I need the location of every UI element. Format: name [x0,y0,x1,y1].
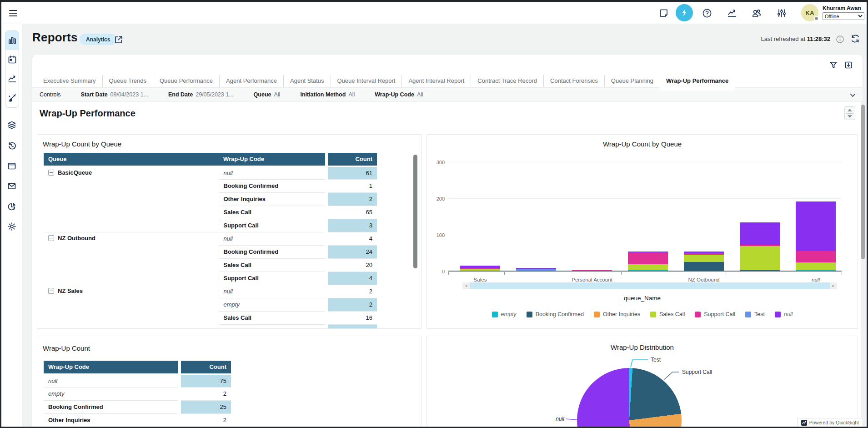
spinner-down-icon[interactable] [848,115,852,118]
table-vertical-scrollbar[interactable] [413,155,417,268]
sidebar-item-calendar[interactable] [5,50,19,69]
panel-wrapup-count-by-queue-table: Wrap-Up Count by Queue QueueWrap-Up Code… [37,134,422,329]
bar-segment-sales-call[interactable] [796,262,836,270]
refresh-icon[interactable] [850,34,860,44]
x-tick-label-sales: Sales [474,277,487,282]
wrapup-code-cell: null [44,374,178,387]
tab-contact-forensics[interactable]: Contact Forensics [543,75,604,87]
envelope-icon [7,181,16,191]
tab-wrap-up-performance[interactable]: Wrap-Up Performance [660,75,735,91]
count-cell: 25 [181,400,231,413]
sidebar-item-settings[interactable] [7,222,16,231]
tasks-lightning-icon[interactable] [676,4,693,21]
sidebar-item-history[interactable] [7,141,16,150]
chart-horizontal-scrollbar[interactable]: ◄ ► [462,282,837,289]
count-cell: 4 [328,272,377,285]
filter-end-date[interactable]: End Date29/05/2023 1... [168,91,234,98]
legend-item-other-inquiries[interactable]: Other Inquiries [594,311,640,317]
scroll-left-arrow-icon[interactable]: ◄ [462,282,470,289]
legend-item-booking-confirmed[interactable]: Booking Confirmed [527,311,584,317]
channel-sliders-icon[interactable] [777,8,787,18]
bar-segment-support-call[interactable] [796,251,836,263]
bar-segment-support-call[interactable] [740,245,780,246]
column-header-wrap-up-code: Wrap-Up Code [44,361,178,374]
chart-title: Wrap-Up Count by Queue [427,140,858,148]
agent-status-select[interactable]: Offline [823,12,864,20]
hamburger-menu-icon[interactable] [8,8,18,18]
filter-initiation-method[interactable]: Initiation MethodAll [300,91,355,98]
tab-queue-performance[interactable]: Queue Performance [153,75,219,87]
tab-agent-performance[interactable]: Agent Performance [219,75,283,87]
gridline [448,162,842,162]
tab-agent-interval-report[interactable]: Agent Interval Report [401,75,471,87]
scrollbar-track[interactable] [470,282,830,289]
contacts-users-icon[interactable] [752,8,762,18]
x-tick-label-nz-outbound: NZ Outbound [688,277,719,282]
filter-queue[interactable]: QueueAll [254,91,281,98]
collapse-minus-icon[interactable] [48,288,54,294]
sidebar-item-reports[interactable] [5,31,19,50]
legend-item-test[interactable]: Test [745,311,765,317]
collapse-minus-icon[interactable] [48,235,54,241]
gridline [448,235,842,235]
pie-label-null: null [546,416,564,422]
sidebar-item-pie-metrics[interactable] [7,202,16,211]
legend-item-null[interactable]: null [775,311,793,317]
collapse-minus-icon[interactable] [48,170,54,176]
scroll-right-arrow-icon[interactable]: ► [830,282,837,289]
tab-queue-interval-report[interactable]: Queue Interval Report [331,75,402,87]
controls-collapse-chevron-icon[interactable] [849,92,856,99]
metrics-line-chart-icon[interactable] [727,8,737,18]
count-cell: 75 [181,374,231,387]
scrollbar-thumb[interactable] [861,105,865,259]
bar-segment-null[interactable] [628,252,668,252]
bar-segment-other-inquiries[interactable] [740,270,780,271]
wrapup-code-cell: null [219,232,325,245]
bar-segment-sales-call[interactable] [628,264,668,270]
column-header-count: Count [181,361,231,374]
bar-segment-support-call[interactable] [460,268,500,269]
filter-wrap-up-code[interactable]: Wrap-Up CodeAll [375,91,423,98]
sidebar-item-flows[interactable] [7,121,16,130]
user-avatar[interactable]: KA [801,4,818,21]
bar-segment-support-call[interactable] [628,252,668,264]
filter-start-date[interactable]: Start Date09/04/2023 1... [81,91,148,98]
spinner-up-icon[interactable] [848,109,852,111]
bar-segment-null[interactable] [516,268,556,269]
sidebar-item-mail[interactable] [7,181,16,191]
tab-contract-trace-record[interactable]: Contract Trace Record [471,75,543,87]
tab-queue-trends[interactable]: Queue Trends [102,75,153,87]
bar-segment-null[interactable] [684,252,724,253]
notes-icon[interactable] [659,8,669,18]
bar-segment-null[interactable] [460,266,500,268]
bar-segment-sales-call[interactable] [684,255,724,262]
x-axis-tick [726,272,726,275]
tab-queue-planning[interactable]: Queue Planning [604,75,660,87]
tab-agent-status[interactable]: Agent Status [283,75,330,87]
page-vertical-scrollbar[interactable] [861,87,865,427]
bar-segment-sales-call[interactable] [740,246,780,270]
help-icon[interactable] [702,8,712,18]
sidebar-item-real-time-metrics[interactable] [5,69,19,88]
panel-wrapup-count-by-queue-chart: Wrap-Up Count by Queue 0100200300SalesPe… [426,134,858,329]
open-external-icon[interactable] [114,35,123,44]
line-chart-icon [8,74,17,83]
bar-segment-null[interactable] [740,222,780,245]
export-download-icon[interactable] [844,61,853,69]
sheet-scroll-spinner[interactable] [844,106,855,120]
bar-segment-booking-confirmed[interactable] [684,262,724,271]
info-icon[interactable] [836,35,844,43]
chart-legend: emptyBooking ConfirmedOther InquiriesSal… [427,311,858,317]
legend-item-empty[interactable]: empty [492,311,517,317]
top-navigation-bar: KA Khurram Awan Offline [1,2,867,24]
sidebar-item-pages[interactable] [7,161,16,171]
table-row: NZ Outboundnull4 [44,232,377,245]
filter-funnel-icon[interactable] [829,61,838,69]
bar-segment-null[interactable] [796,201,836,251]
legend-item-sales-call[interactable]: Sales Call [650,311,685,317]
wrapup-code-cell: Other Inquiries [219,192,325,206]
sidebar-item-designer[interactable] [5,88,19,107]
bar-segment-support-call[interactable] [684,253,724,255]
tab-executive-summary[interactable]: Executive Summary [37,75,102,87]
legend-item-support-call[interactable]: Support Call [695,311,735,317]
